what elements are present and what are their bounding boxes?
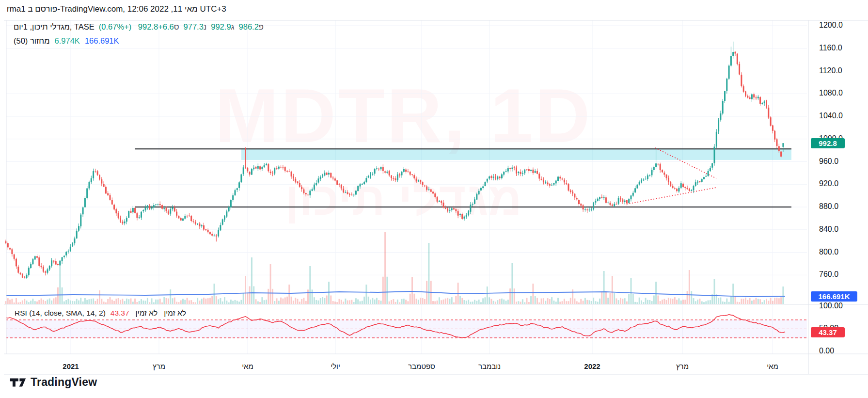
candle	[778, 146, 780, 151]
candle	[147, 206, 148, 207]
volume-bar	[128, 299, 129, 304]
volume-bar	[190, 300, 192, 304]
candle	[645, 179, 647, 179]
volume-bar	[384, 232, 386, 304]
volume-bar	[639, 298, 640, 304]
candle	[232, 195, 234, 200]
price-tick-label: 760.0	[819, 270, 838, 279]
volume-bar	[528, 302, 530, 304]
candle	[758, 97, 759, 98]
candle	[528, 169, 530, 171]
candle	[63, 256, 65, 257]
volume-bar	[589, 300, 590, 304]
candle	[447, 208, 448, 210]
chart-area[interactable]: MDTR, 1D מגדלי תיכון מגדלי תיכון, 1יום, …	[0, 0, 868, 398]
candle	[597, 199, 599, 201]
candle	[32, 259, 33, 264]
volume-bar	[376, 298, 378, 304]
volume-bar	[490, 299, 492, 304]
volume-bar	[403, 299, 405, 304]
volume-bar	[230, 300, 232, 304]
candle	[72, 243, 73, 246]
volume-bar	[207, 298, 209, 304]
volume-bar	[153, 302, 155, 304]
candle	[628, 199, 630, 203]
volume-bar	[482, 298, 484, 304]
volume-bar	[703, 302, 705, 304]
time-tick-label: מרץ	[676, 362, 689, 370]
candle	[193, 221, 194, 222]
candle	[547, 183, 549, 185]
volume-bar	[666, 300, 667, 304]
candle	[422, 182, 424, 185]
volume-bar	[155, 300, 157, 304]
candle	[349, 194, 350, 195]
volume-bar	[380, 301, 382, 304]
volume-bar	[676, 300, 678, 304]
volume-bar	[122, 299, 123, 304]
time-tick-label: 2021	[63, 362, 79, 370]
volume-bar	[439, 297, 440, 304]
volume-bar	[489, 297, 490, 304]
candle	[584, 209, 586, 209]
volume-bar	[751, 301, 753, 304]
volume-bar	[78, 301, 79, 304]
volume-bar	[309, 266, 311, 304]
volume-bar	[95, 301, 96, 304]
volume-bar	[199, 301, 200, 304]
candle	[774, 131, 775, 140]
volume-bar	[541, 299, 542, 304]
candle	[268, 164, 269, 171]
volume-bar	[205, 299, 206, 304]
candle	[722, 101, 724, 113]
volume-bar	[187, 298, 188, 304]
volume-bar	[45, 301, 46, 304]
candle	[297, 181, 299, 183]
symbol-exchange: , TASE	[70, 22, 95, 31]
volume-bar	[55, 297, 57, 304]
candle	[559, 177, 561, 179]
candle	[368, 176, 369, 177]
volume-bar	[218, 299, 219, 304]
chart-plot[interactable]	[0, 0, 868, 398]
candle	[672, 186, 674, 188]
volume-bar	[682, 300, 684, 304]
volume-bar	[695, 301, 696, 304]
volume-bar	[80, 298, 81, 304]
volume-bar	[632, 294, 634, 304]
volume-bar	[464, 300, 465, 304]
volume-bar	[614, 293, 615, 304]
volume-bar	[405, 300, 407, 304]
candle	[5, 241, 7, 243]
pattern-trendline[interactable]	[627, 188, 716, 204]
ohlc-item: נ977.3	[184, 22, 207, 31]
volume-bar	[326, 296, 328, 304]
candle	[347, 192, 348, 194]
volume-bar	[468, 300, 469, 304]
candle	[328, 173, 330, 175]
volume-bar	[697, 300, 698, 304]
candle	[497, 176, 498, 179]
candle	[662, 170, 663, 172]
volume-bar	[595, 301, 596, 304]
candle	[768, 108, 769, 118]
tradingview-logo[interactable]: TradingView	[10, 376, 97, 389]
volume-bar	[526, 298, 528, 304]
volume-bar	[576, 301, 578, 304]
candle	[209, 232, 211, 234]
volume-bar	[343, 302, 344, 304]
candle	[295, 179, 296, 182]
candle	[322, 175, 323, 176]
candle	[339, 184, 340, 185]
volume-bar	[134, 299, 136, 304]
candle	[501, 175, 503, 178]
candle	[332, 177, 334, 178]
volume-bar	[745, 298, 746, 304]
price-tick-label: 880.0	[819, 202, 838, 211]
candle	[251, 169, 253, 175]
candle	[511, 168, 513, 169]
candle	[566, 183, 567, 184]
volume-bar	[282, 299, 284, 304]
volume-bar	[474, 300, 475, 304]
candle	[187, 216, 188, 216]
